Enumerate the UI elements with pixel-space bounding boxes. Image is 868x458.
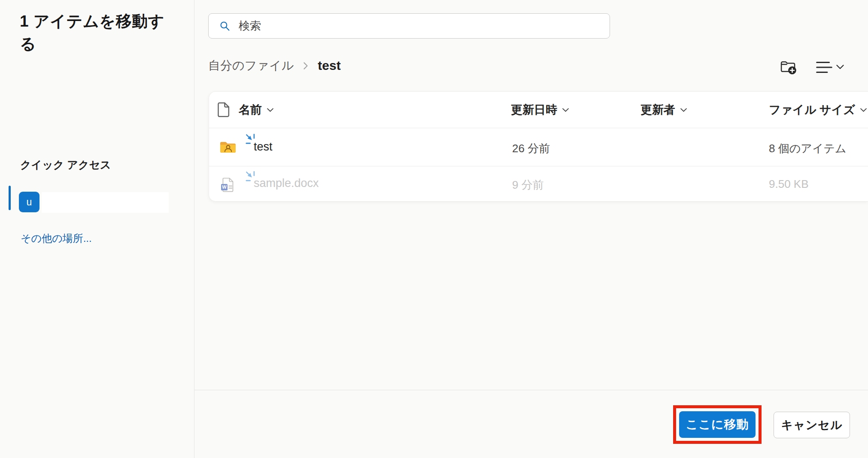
quick-access-item[interactable] [42,192,169,213]
move-here-button[interactable]: ここに移動 [679,411,756,438]
breadcrumb-root[interactable]: 自分のファイル [208,57,294,74]
file-name: sample.docx [254,177,319,190]
breadcrumb: 自分のファイル test [208,57,341,74]
quick-access-heading: クイック アクセス [20,158,111,172]
file-size: 8 個のアイテム [769,141,847,156]
chevron-down-icon [860,108,867,112]
column-header-modified-by[interactable]: 更新者 [640,92,687,128]
breadcrumb-current: test [318,58,340,73]
cancel-button[interactable]: キャンセル [774,412,850,438]
new-folder-button[interactable] [780,60,797,75]
shared-folder-icon [219,140,237,154]
more-places-link[interactable]: その他の場所... [21,232,92,245]
search-input[interactable] [238,19,610,33]
chevron-down-icon [680,108,687,112]
selected-indicator [9,186,11,210]
dialog-title: 1 アイテムを移動する [20,10,169,55]
view-options-button[interactable] [816,61,833,74]
table-row-folder-test[interactable]: test 26 分前 8 個のアイテム [209,128,868,166]
column-header-modified[interactable]: 更新日時 [511,92,569,128]
file-list-header: 名前 更新日時 更新者 ファイル サイズ [209,92,868,128]
chevron-down-icon [267,108,273,112]
red-highlight-box: ここに移動 [673,405,762,444]
word-document-icon: W [220,177,236,193]
file-name: test [254,140,273,154]
search-icon [219,21,230,31]
column-header-file-size[interactable]: ファイル サイズ [769,92,867,128]
chevron-down-icon[interactable] [836,65,844,69]
table-row-sample-docx-disabled: W sample.docx 9 分前 9.50 KB [209,166,868,202]
sidebar: 1 アイテムを移動する 自分のファイル クイック アクセス u その他の場所..… [0,0,194,458]
column-header-name[interactable]: 名前 [239,92,273,128]
sidebar-item-my-files[interactable]: 自分のファイル [0,92,194,120]
svg-text:W: W [222,184,227,190]
file-modified: 26 分前 [512,141,550,156]
search-box[interactable] [208,13,610,39]
file-modified: 9 分前 [512,178,544,193]
document-icon [217,102,230,118]
file-size: 9.50 KB [769,178,809,191]
quick-access-site-tile[interactable]: u [19,192,39,212]
site-tile-initial: u [27,196,32,208]
footer-divider [194,390,868,390]
chevron-down-icon [562,108,569,112]
file-list: 名前 更新日時 更新者 ファイル サイズ [209,91,868,202]
chevron-right-icon [303,62,308,70]
